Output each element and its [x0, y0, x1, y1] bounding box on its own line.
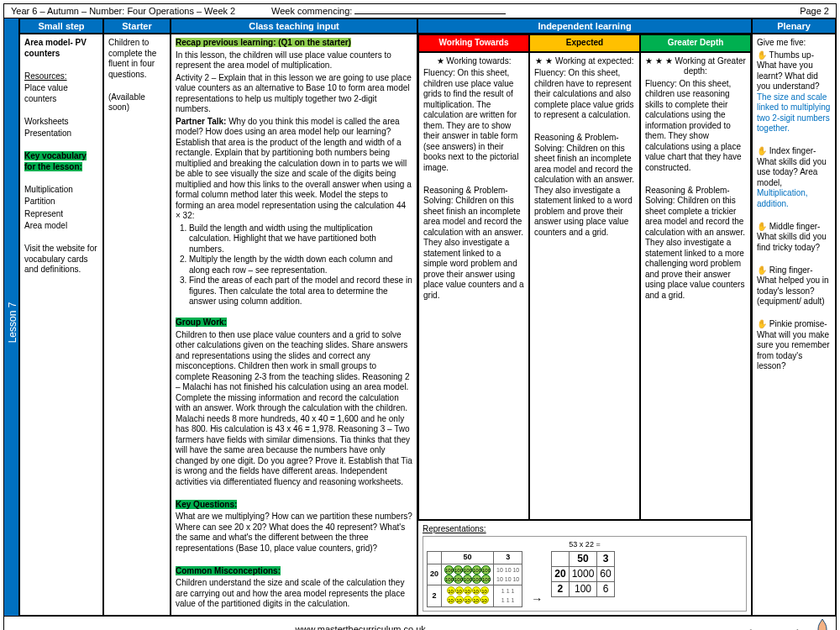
presentation-label: Presentation [24, 129, 98, 139]
misconceptions-body: Children understand the size and scale o… [176, 578, 412, 610]
band-bodies: ★ Working towards: Fluency: On this shee… [418, 52, 751, 520]
header-smallstep: Small step [19, 18, 103, 34]
flame-icon [816, 623, 829, 631]
plenary-index: Index finger- What skills did you use to… [757, 146, 827, 187]
website-note: Visit the website for vocabulary cards a… [24, 244, 98, 276]
grid-cell: 6 [597, 582, 614, 597]
key-questions-label: Key Questions: [176, 500, 237, 509]
arrow-icon: → [531, 592, 543, 607]
footer-url: www.masterthecurriculum.co.uk [296, 624, 426, 630]
header-starter: Starter [103, 18, 171, 34]
band-header-expected: Expected [529, 34, 640, 52]
star-icon: ★ ★ ★ [645, 56, 673, 66]
representations-box: 53 x 22 = 503 20 10010010010010010010010… [423, 536, 747, 612]
key-questions-body: What are we multiplying? How can we part… [176, 512, 412, 554]
course-title: Year 6 – Autumn – Number: Four Operation… [11, 6, 235, 16]
plenary-cell: Give me five: ✋ Thumbs up- What have you… [752, 34, 836, 616]
expected-title: Working at expected: [555, 56, 634, 66]
plenary-middle: Middle finger- What skills did you find … [757, 222, 827, 252]
vocab-4: Area model [24, 221, 98, 232]
band-header-greater: Greater Depth [640, 34, 751, 52]
vocab-3: Represent [24, 209, 98, 220]
group-work-body: Children to then use place value counter… [176, 330, 412, 488]
towards-rps: Reasoning & Problem-Solving: Children on… [423, 186, 524, 302]
band-body-expected: ★ ★ Working at expected: Fluency: On thi… [529, 52, 640, 520]
rep-grids: 503 20 100100100100100100100100100100 10… [427, 551, 743, 606]
week-commencing-label: Week commencing: [271, 6, 352, 16]
week-blank-line [354, 13, 506, 14]
plenary-ring: Ring finger- What helped you in today's … [757, 265, 829, 307]
grid-cell: 100 [569, 582, 597, 597]
hand-icon: ✋ [757, 265, 767, 276]
band-body-towards: ★ Working towards: Fluency: On this shee… [418, 52, 529, 520]
teaching-cell: Recap previous learning: (Q1 on the star… [171, 34, 417, 616]
worksheets-label: Worksheets [24, 117, 98, 128]
step-3: Find the areas of each part of the model… [189, 276, 412, 307]
lesson-plan-page: Year 6 – Autumn – Number: Four Operation… [3, 3, 837, 630]
starter-line2: (Available soon) [108, 92, 165, 113]
hand-icon: ✋ [757, 222, 767, 233]
step-2: Multiply the length by the width down ea… [189, 255, 412, 276]
plenary-thumbs-ans: The size and scale linked to multiplying… [757, 92, 830, 134]
hand-icon: ✋ [757, 319, 767, 330]
content-row: Area model- PV counters Resources: Place… [19, 34, 836, 616]
vocab-2: Partition [24, 197, 98, 207]
smallstep-title: Area model- PV counters [24, 38, 98, 59]
teaching-activity2: Activity 2 – Explain that in this lesson… [176, 73, 412, 115]
rep-calc: 53 x 22 = [427, 540, 743, 549]
expected-rps: Reasoning & Problem-Solving: Children on… [534, 133, 635, 238]
greater-title: Working at Greater depth: [675, 56, 746, 76]
resources-label: Resources: [24, 71, 67, 81]
hand-icon: ✋ [757, 146, 767, 157]
greater-fluency: Fluency: On this sheet, children use rea… [645, 79, 746, 174]
page-body: Lesson 7 Small step Starter Class teachi… [4, 18, 836, 616]
page-number: Page 2 [800, 6, 829, 16]
page-header: Year 6 – Autumn – Number: Four Operation… [4, 4, 836, 18]
resources-list: Place value counters [24, 83, 98, 104]
lesson-number-label: Lesson 7 [7, 302, 18, 344]
hand-icon: ✋ [757, 50, 767, 61]
band-body-greater: ★ ★ ★ Working at Greater depth: Fluency:… [640, 52, 751, 520]
towards-fluency: Fluency: On this sheet, children use pla… [423, 68, 524, 173]
starter-line1: Children to complete the fluent in four … [108, 38, 165, 80]
starter-cell: Children to complete the fluent in four … [103, 34, 171, 616]
plenary-index-ans: Multiplication, addition. [757, 188, 808, 208]
star-icon: ★ [437, 56, 444, 66]
star-icon: ★ ★ [535, 56, 553, 66]
partner-talk-label: Partner Talk: [176, 117, 226, 126]
grid-cell: 60 [597, 567, 614, 582]
step-1: Build the length and width using the mul… [189, 223, 412, 255]
greater-rps: Reasoning & Problem-Solving: Children on… [645, 186, 746, 302]
lesson-number-tab: Lesson 7 [4, 18, 19, 616]
plenary-pinkie: Pinkie promise- What will you make sure … [757, 319, 830, 370]
teaching-intro: In this lesson, the children will use pl… [176, 50, 412, 71]
band-headers: Working Towards Expected Greater Depth [418, 34, 751, 52]
header-plenary: Plenary [752, 18, 836, 34]
representations-section: Representations: 53 x 22 = 503 20 100100… [418, 520, 751, 615]
teaching-steps: Build the length and width using the mul… [189, 223, 412, 307]
pv-number-grid: 503 20100060 21006 [551, 551, 614, 597]
representations-label: Representations: [423, 524, 747, 535]
header-teaching: Class teaching input [171, 18, 417, 34]
misconceptions-label: Common Misconceptions: [176, 566, 281, 575]
column-headers: Small step Starter Class teaching input … [19, 18, 836, 34]
plenary-thumbs: Thumbs up- What have you learnt? What di… [757, 50, 820, 92]
independent-cell: Working Towards Expected Greater Depth ★… [417, 34, 752, 616]
pv-counter-grid: 503 20 100100100100100100100100100100 10… [427, 551, 522, 606]
vocab-1: Multiplication [24, 185, 98, 196]
footer-brand: Master The Curriculum [710, 627, 813, 631]
towards-title: Working towards: [446, 56, 511, 66]
expected-fluency: Fluency: On this sheet, children have to… [534, 68, 635, 121]
band-header-towards: Working Towards [418, 34, 529, 52]
page-footer: www.masterthecurriculum.co.uk Master The… [4, 616, 836, 631]
partner-talk-body: Why do you think this model is called th… [176, 117, 412, 221]
main-grid: Small step Starter Class teaching input … [19, 18, 836, 616]
grid-cell: 1000 [569, 567, 597, 582]
header-independent: Independent learning [417, 18, 752, 34]
vocab-label: Key vocabulary for the lesson: [24, 151, 87, 171]
plenary-title: Give me five: [757, 38, 831, 49]
recap-label: Recap previous learning: (Q1 on the star… [176, 38, 351, 47]
smallstep-cell: Area model- PV counters Resources: Place… [19, 34, 103, 616]
group-work-label: Group Work: [176, 318, 227, 327]
